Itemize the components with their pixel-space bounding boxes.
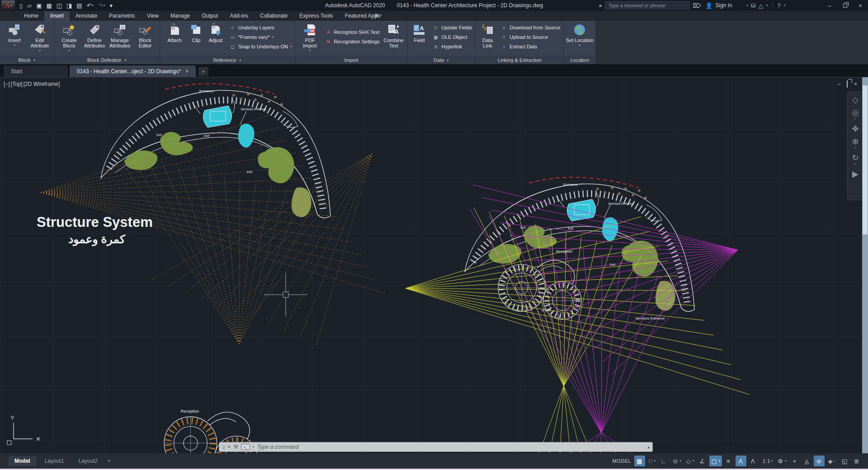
manage-attributes-button[interactable]: Manage Attributes	[107, 22, 132, 48]
object-snap-toggle[interactable]: ▢ ✓ ▾	[709, 456, 722, 466]
layout-tab[interactable]: Model	[8, 456, 37, 466]
workspace-switching[interactable]: ⚙ ✓ ▾	[776, 456, 788, 466]
selection-filtering[interactable]: ◬ ✓ ▾	[802, 456, 812, 466]
zoom-tool-icon[interactable]: ⊕ ▾	[852, 137, 859, 149]
snap-to-underlays-dropdown[interactable]: ◻ Snap to Underlays ON ▾	[228, 42, 293, 51]
command-input[interactable]	[257, 444, 645, 450]
drawing-close-button[interactable]: ×	[854, 81, 857, 87]
combine-text-button[interactable]: A Combine Text	[382, 22, 405, 48]
restore-button[interactable]	[837, 0, 853, 11]
search-binoculars-icon[interactable]: ⌦	[693, 2, 701, 9]
viewport-visual-style-control[interactable]: [2D Wireframe]	[24, 81, 60, 87]
data-panel-footer[interactable]: Data▼	[407, 56, 475, 64]
set-location-button[interactable]: Set Location ▾	[566, 22, 594, 47]
layout-tab[interactable]: Layout2	[72, 456, 104, 466]
vertical-scrollbar[interactable]	[862, 77, 868, 454]
app-store-cart-icon[interactable]: ⛁	[751, 2, 756, 9]
pdf-import-button[interactable]: PDF PDF Import ▾	[297, 22, 323, 52]
field-button[interactable]: A Field	[409, 22, 429, 43]
ribbon-tab[interactable]: Annotate	[70, 11, 103, 21]
create-block-button[interactable]: Create Block ▾	[57, 22, 82, 52]
block-definition-panel-footer[interactable]: Block Definition▼	[55, 56, 160, 64]
navigation-wheel-icon[interactable]: ◎ ▾	[852, 108, 859, 120]
file-tab-close-icon[interactable]: ×	[185, 68, 189, 75]
qat-undo-icon[interactable]: ↶ ▾	[85, 1, 95, 10]
upload-to-source-button[interactable]: ⇑ Upload to Source	[499, 33, 561, 41]
help-caret-icon[interactable]: ▾	[784, 4, 786, 7]
recognition-settings-button[interactable]: ⚒ Recognition Settings	[324, 38, 381, 46]
ribbon-tab[interactable]: Manage	[165, 11, 196, 21]
qat-open-file-icon[interactable]: ▱ ▾	[26, 1, 33, 10]
annotation-visibility-toggle[interactable]: Λ ✓ ▾	[736, 456, 746, 466]
annotation-scale-control[interactable]: 1:1 ✓ ▾	[760, 456, 774, 466]
ribbon-tab[interactable]: View	[141, 11, 165, 21]
qat-save-as-icon[interactable]: ▩ ▾	[45, 1, 53, 10]
command-bar-customize-icon[interactable]: ⚒	[233, 444, 238, 450]
ribbon-tab[interactable]: Express Tools	[293, 11, 339, 21]
ortho-mode-toggle[interactable]: ∟ ✓ ▾	[659, 456, 670, 466]
command-bar-grip[interactable]: ⣿	[222, 445, 225, 450]
data-link-button[interactable]: Data Link	[477, 22, 497, 48]
download-from-source-button[interactable]: ⇓ Download from Source	[499, 24, 561, 32]
underlay-layers-button[interactable]: ≡ Underlay Layers	[228, 24, 293, 32]
clip-button[interactable]: Clip	[187, 22, 205, 43]
sign-in-caret-icon[interactable]: ▾	[747, 4, 749, 7]
autoscale-toggle[interactable]: Λ ✓ ▾	[748, 456, 759, 466]
minimize-button[interactable]: –	[822, 0, 837, 11]
recognize-shx-text-button[interactable]: A Recognize SHX Text	[324, 28, 381, 36]
define-attributes-button[interactable]: Define Attributes	[82, 22, 107, 48]
viewport-minimize-control[interactable]: [−]	[4, 81, 10, 87]
ribbon-tab[interactable]: Home	[18, 11, 44, 21]
qat-new-file-icon[interactable]: ▯ ▾	[18, 1, 24, 10]
autocad-app-button[interactable]: A ▾	[1, 0, 15, 10]
model-space-canvas[interactable]: Structure Systemكمرة وعمودEntranceServic…	[0, 77, 868, 453]
model-space-indicator[interactable]: MODEL ✓ ▾	[610, 456, 633, 466]
qat-save-web-mobile-icon[interactable]: ◨ ▾	[65, 1, 73, 10]
close-button[interactable]: ×	[853, 0, 868, 11]
update-fields-button[interactable]: ↻ Update Fields	[431, 24, 473, 32]
new-drawing-tab-button[interactable]: +	[198, 67, 208, 76]
lineweight-toggle[interactable]: ≡ ✓ ▾	[723, 456, 734, 466]
polar-tracking-toggle[interactable]: ⊙ ✓ ▾	[671, 456, 683, 466]
qat-open-web-mobile-icon[interactable]: ◫ ▾	[55, 1, 63, 10]
file-tab-document[interactable]: 0143 - Health Center...oject - 2D Drawin…	[70, 66, 196, 77]
extract-data-button[interactable]: » Extract Data	[499, 42, 561, 51]
adjust-button[interactable]: Adjust	[205, 22, 226, 43]
isolate-objects-toggle[interactable]: ⊘ ✓ ▾	[814, 456, 825, 466]
sign-in-button[interactable]: Sign In	[715, 2, 732, 9]
ribbon-tab[interactable]: Output	[196, 11, 224, 21]
command-line-icon[interactable]: >_	[241, 444, 250, 450]
orbit-tool-icon[interactable]: ↻ ▾	[852, 154, 859, 165]
viewport-view-control[interactable]: [Top]	[11, 81, 23, 87]
ribbon-tab[interactable]: Insert	[44, 11, 70, 21]
object-snap-tracking-toggle[interactable]: ∠ ✓ ▾	[697, 456, 708, 466]
ribbon-tab[interactable]: Collaborate	[254, 11, 293, 21]
insert-block-button[interactable]: Insert ▾	[2, 22, 27, 47]
qat-customize-icon[interactable]: ▾ ▾	[108, 1, 114, 10]
qat-redo-icon[interactable]: ↷ ▾	[97, 1, 106, 10]
ole-object-button[interactable]: ▦ OLE Object	[431, 33, 473, 41]
drawing-restore-button[interactable]	[847, 81, 848, 87]
clean-screen-toggle[interactable]: ◱ ✓ ▾	[840, 456, 850, 466]
a360-icon[interactable]: △	[759, 2, 763, 9]
command-bar-close-icon[interactable]: ×	[227, 444, 231, 450]
ribbon-tab[interactable]: Parametric	[103, 11, 141, 21]
isometric-drafting-toggle[interactable]: ◇ ✓ ▾	[684, 456, 696, 466]
add-layout-button[interactable]: +	[104, 456, 114, 466]
ribbon-tab[interactable]: Add-ins	[224, 11, 254, 21]
layout-tab[interactable]: Layout1	[38, 456, 71, 466]
command-recent-caret-icon[interactable]: ▾	[253, 445, 255, 449]
qat-plot-icon[interactable]: ▤ ▾	[75, 1, 83, 10]
snap-mode-toggle[interactable]: ∷ ✓ ▾	[646, 456, 657, 466]
attach-button[interactable]: Attach	[162, 22, 187, 43]
annotation-monitor[interactable]: + ✓ ▾	[789, 456, 800, 466]
block-panel-footer[interactable]: Block▼	[0, 56, 54, 64]
help-icon[interactable]: ?	[778, 2, 781, 9]
block-editor-button[interactable]: Block Editor	[132, 22, 158, 48]
viewcube-tool-icon[interactable]: ◇ ▾	[852, 96, 859, 104]
customize-status-bar[interactable]: ≣ ✓ ▾	[852, 456, 863, 466]
search-input[interactable]	[605, 1, 690, 9]
grid-display-toggle[interactable]: ▦ ✓ ▾	[634, 456, 645, 466]
frames-vary-dropdown[interactable]: ▭ *Frames vary* ▾	[228, 33, 293, 41]
search-scope-arrow-icon[interactable]: ▶	[599, 4, 602, 8]
